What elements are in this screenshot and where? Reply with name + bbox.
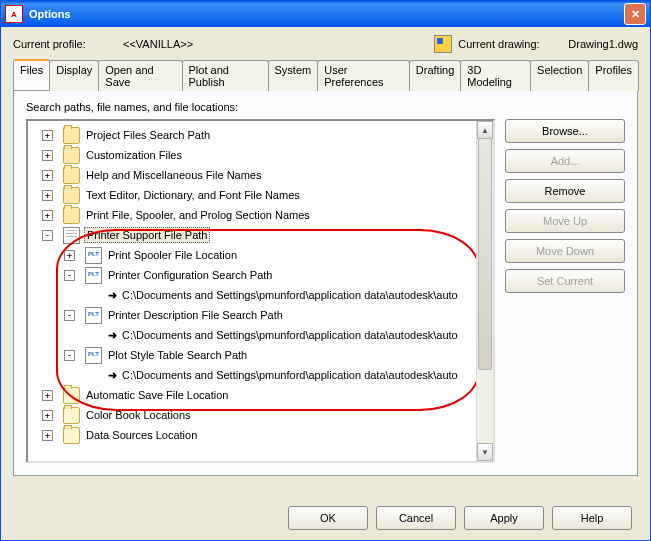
- tree-row[interactable]: +Help and Miscellaneous File Names: [30, 165, 491, 185]
- collapse-icon[interactable]: -: [64, 310, 75, 321]
- tree-row[interactable]: +Print File, Spooler, and Prolog Section…: [30, 205, 491, 225]
- expand-icon[interactable]: +: [42, 130, 53, 141]
- options-dialog: A Options ✕ Current profile: <<VANILLA>>…: [0, 0, 651, 541]
- plotter-icon: PLT: [85, 347, 102, 364]
- tree-node-label: Text Editor, Dictionary, and Font File N…: [84, 188, 302, 202]
- tree-row[interactable]: +Text Editor, Dictionary, and Font File …: [30, 185, 491, 205]
- tab-drafting[interactable]: Drafting: [409, 60, 462, 91]
- app-icon: A: [5, 5, 23, 23]
- expand-icon[interactable]: +: [42, 190, 53, 201]
- panel-caption: Search paths, file names, and file locat…: [26, 101, 625, 113]
- profile-row: Current profile: <<VANILLA>> Current dra…: [13, 35, 638, 53]
- document-icon: [63, 227, 80, 244]
- tree-node-label: Data Sources Location: [84, 428, 199, 442]
- tab-plot-and-publish[interactable]: Plot and Publish: [182, 60, 269, 91]
- tree-node-label: Color Book Locations: [84, 408, 193, 422]
- tree-node-label: Plot Style Table Search Path: [106, 348, 249, 362]
- apply-button[interactable]: Apply: [464, 506, 544, 530]
- tree-row[interactable]: ➜C:\Documents and Settings\pmunford\appl…: [30, 285, 491, 305]
- close-icon[interactable]: ✕: [624, 3, 646, 25]
- titlebar[interactable]: A Options ✕: [1, 1, 650, 27]
- path-arrow-icon: ➜: [105, 328, 120, 343]
- scroll-up-icon[interactable]: ▲: [477, 121, 493, 139]
- tree-row[interactable]: +Customization Files: [30, 145, 491, 165]
- scroll-down-icon[interactable]: ▼: [477, 443, 493, 461]
- plotter-icon: PLT: [85, 307, 102, 324]
- folder-open-icon: [63, 407, 80, 424]
- tab-3d-modeling[interactable]: 3D Modeling: [460, 60, 531, 91]
- tree-row[interactable]: -PLTPrinter Description File Search Path: [30, 305, 491, 325]
- tree-scrollbar[interactable]: ▲ ▼: [476, 121, 493, 461]
- expand-icon[interactable]: +: [42, 430, 53, 441]
- tab-open-and-save[interactable]: Open and Save: [98, 60, 182, 91]
- tabstrip: FilesDisplayOpen and SavePlot and Publis…: [13, 59, 638, 91]
- tree-row[interactable]: +Project Files Search Path: [30, 125, 491, 145]
- set-current-button[interactable]: Set Current: [505, 269, 625, 293]
- plotter-icon: PLT: [85, 247, 102, 264]
- tree-node-label: Print File, Spooler, and Prolog Section …: [84, 208, 312, 222]
- folder-icon: [63, 147, 80, 164]
- tab-selection[interactable]: Selection: [530, 60, 589, 91]
- tree-row[interactable]: +PLTPrint Spooler File Location: [30, 245, 491, 265]
- move-down-button[interactable]: Move Down: [505, 239, 625, 263]
- path-arrow-icon: ➜: [105, 288, 120, 303]
- expand-icon[interactable]: +: [42, 150, 53, 161]
- folder-icon: [63, 127, 80, 144]
- help-button[interactable]: Help: [552, 506, 632, 530]
- remove-button[interactable]: Remove: [505, 179, 625, 203]
- side-buttons: Browse... Add... Remove Move Up Move Dow…: [505, 119, 625, 459]
- tree-row[interactable]: -PLTPlot Style Table Search Path: [30, 345, 491, 365]
- scroll-thumb[interactable]: [478, 138, 492, 370]
- tree-node-label: Project Files Search Path: [84, 128, 212, 142]
- ok-button[interactable]: OK: [288, 506, 368, 530]
- drawing-icon: [434, 35, 452, 53]
- tab-files[interactable]: Files: [13, 59, 50, 90]
- expand-icon[interactable]: +: [42, 410, 53, 421]
- tab-user-preferences[interactable]: User Preferences: [317, 60, 410, 91]
- tree-node-label: Print Spooler File Location: [106, 248, 239, 262]
- tab-system[interactable]: System: [268, 60, 319, 91]
- collapse-icon[interactable]: -: [64, 270, 75, 281]
- tree-node-label: C:\Documents and Settings\pmunford\appli…: [120, 328, 460, 342]
- folder-icon: [63, 167, 80, 184]
- tree-row[interactable]: +Automatic Save File Location: [30, 385, 491, 405]
- files-panel: Search paths, file names, and file locat…: [13, 91, 638, 476]
- tree-row[interactable]: -PLTPrinter Configuration Search Path: [30, 265, 491, 285]
- dialog-buttons: OK Cancel Apply Help: [288, 506, 632, 530]
- folder-icon: [63, 207, 80, 224]
- current-drawing-label: Current drawing:: [458, 38, 568, 50]
- collapse-icon[interactable]: -: [42, 230, 53, 241]
- tree-row[interactable]: +Color Book Locations: [30, 405, 491, 425]
- folder-open-icon: [63, 427, 80, 444]
- expand-icon[interactable]: +: [42, 210, 53, 221]
- window-title: Options: [29, 8, 624, 20]
- path-tree[interactable]: +Project Files Search Path+Customization…: [26, 119, 495, 463]
- tree-row[interactable]: +Data Sources Location: [30, 425, 491, 445]
- move-up-button[interactable]: Move Up: [505, 209, 625, 233]
- cancel-button[interactable]: Cancel: [376, 506, 456, 530]
- tree-row[interactable]: ➜C:\Documents and Settings\pmunford\appl…: [30, 365, 491, 385]
- expand-icon[interactable]: +: [42, 170, 53, 181]
- path-arrow-icon: ➜: [105, 368, 120, 383]
- expand-icon[interactable]: +: [64, 250, 75, 261]
- tree-node-label: C:\Documents and Settings\pmunford\appli…: [120, 288, 460, 302]
- browse-button[interactable]: Browse...: [505, 119, 625, 143]
- collapse-icon[interactable]: -: [64, 350, 75, 361]
- tree-row[interactable]: -Printer Support File Path: [30, 225, 491, 245]
- tree-node-label: Help and Miscellaneous File Names: [84, 168, 263, 182]
- current-profile-label: Current profile:: [13, 38, 123, 50]
- tree-node-label: Customization Files: [84, 148, 184, 162]
- plotter-icon: PLT: [85, 267, 102, 284]
- tree-row[interactable]: ➜C:\Documents and Settings\pmunford\appl…: [30, 325, 491, 345]
- current-profile-value: <<VANILLA>>: [123, 38, 434, 50]
- tab-display[interactable]: Display: [49, 60, 99, 91]
- expand-icon[interactable]: +: [42, 390, 53, 401]
- tree-node-label: Printer Configuration Search Path: [106, 268, 274, 282]
- current-drawing-value: Drawing1.dwg: [568, 38, 638, 50]
- folder-icon: [63, 187, 80, 204]
- add-button[interactable]: Add...: [505, 149, 625, 173]
- tree-node-label: Automatic Save File Location: [84, 388, 230, 402]
- folder-open-icon: [63, 387, 80, 404]
- tab-profiles[interactable]: Profiles: [588, 60, 639, 91]
- tree-node-label: C:\Documents and Settings\pmunford\appli…: [120, 368, 460, 382]
